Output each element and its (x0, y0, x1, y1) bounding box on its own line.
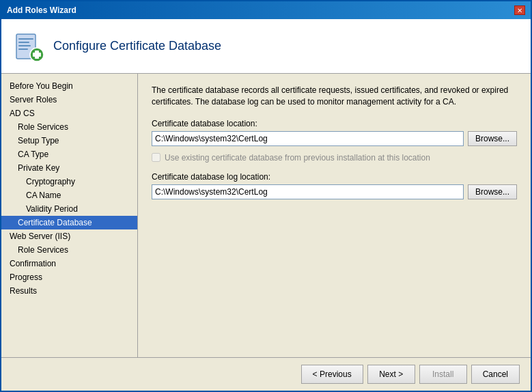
sidebar-item-results[interactable]: Results (1, 284, 137, 298)
sidebar-item-cryptography[interactable]: Cryptography (1, 175, 137, 188)
sidebar-item-validity-period[interactable]: Validity Period (1, 202, 137, 216)
sidebar-item-confirmation[interactable]: Confirmation (1, 257, 137, 270)
existing-db-row: Use existing certificate database from p… (152, 153, 517, 163)
install-button[interactable]: Install (419, 365, 467, 384)
sidebar-item-before-you-begin[interactable]: Before You Begin (1, 79, 137, 93)
svg-rect-4 (18, 48, 28, 50)
sidebar-item-role-services-iis[interactable]: Role Services (1, 243, 137, 257)
db-location-label: Certificate database location: (152, 119, 517, 128)
wizard-body: Before You BeginServer RolesAD CSRole Se… (1, 74, 531, 357)
sidebar-item-server-roles[interactable]: Server Roles (1, 93, 137, 107)
browse-button-1[interactable]: Browse... (468, 131, 517, 146)
sidebar-item-ca-type[interactable]: CA Type (1, 148, 137, 161)
existing-db-checkbox[interactable] (152, 153, 160, 162)
db-log-label: Certificate database log location: (152, 172, 517, 182)
wizard-sidebar: Before You BeginServer RolesAD CSRole Se… (1, 74, 138, 357)
wizard-footer: < Previous Next > Install Cancel (1, 357, 531, 391)
db-location-input[interactable] (152, 131, 464, 146)
cancel-button[interactable]: Cancel (471, 365, 520, 384)
sidebar-item-setup-type[interactable]: Setup Type (1, 134, 137, 148)
wizard-content: The certificate database records all cer… (138, 74, 531, 357)
sidebar-item-ad-cs[interactable]: AD CS (1, 107, 137, 120)
close-button[interactable]: ✕ (514, 5, 525, 15)
svg-rect-2 (18, 42, 29, 43)
sidebar-item-ca-name[interactable]: CA Name (1, 188, 137, 202)
next-button[interactable]: Next > (367, 365, 415, 384)
browse-button-2[interactable]: Browse... (468, 184, 517, 199)
wizard-header: Configure Certificate Database (1, 19, 531, 74)
existing-db-label: Use existing certificate database from p… (165, 153, 430, 163)
content-description: The certificate database records all cer… (152, 85, 517, 108)
wizard-icon (12, 30, 45, 63)
page-title: Configure Certificate Database (53, 39, 221, 53)
db-log-input[interactable] (152, 184, 464, 199)
sidebar-item-progress[interactable]: Progress (1, 270, 137, 284)
db-log-row: Browse... (152, 184, 517, 199)
svg-rect-3 (18, 45, 31, 46)
previous-button[interactable]: < Previous (301, 365, 363, 384)
wizard-window: Add Roles Wizard ✕ Configure Certificate… (0, 0, 532, 392)
db-location-row: Browse... (152, 131, 517, 146)
sidebar-item-private-key[interactable]: Private Key (1, 161, 137, 175)
title-bar: Add Roles Wizard ✕ (1, 1, 531, 19)
window-title: Add Roles Wizard (7, 5, 76, 15)
sidebar-item-web-server-iis[interactable]: Web Server (IIS) (1, 229, 137, 243)
svg-rect-7 (33, 53, 41, 57)
sidebar-item-certificate-database[interactable]: Certificate Database (1, 216, 137, 229)
svg-rect-1 (18, 38, 33, 40)
sidebar-item-role-services[interactable]: Role Services (1, 120, 137, 134)
